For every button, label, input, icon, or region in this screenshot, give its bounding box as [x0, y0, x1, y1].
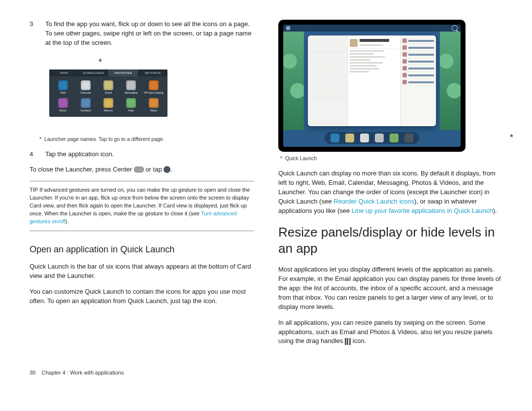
app-label: HP App Catalog	[144, 91, 163, 95]
app-label: Music	[60, 109, 66, 113]
contacts-card	[308, 35, 436, 126]
quick-launch-bar	[325, 132, 419, 144]
launcher-tabs: APPSDOWNLOADSFAVORITESSETTINGS	[49, 69, 167, 77]
caption-asterisk: *	[39, 136, 41, 142]
app-label: Calendar	[80, 91, 91, 95]
app-label: Web	[60, 91, 66, 95]
figure-1-asterisk: *	[99, 56, 102, 68]
quick-launch-icon	[375, 134, 384, 142]
quick-launch-icon	[404, 134, 413, 142]
resize-panels-para-2: In all applications, you can resize pane…	[278, 318, 502, 346]
quick-launch-detail: Quick Launch can display no more than si…	[278, 169, 502, 215]
contacts-mini-list	[400, 35, 436, 126]
app-icon	[81, 80, 91, 90]
resize-panels-para-1: Most applications let you display differ…	[278, 265, 502, 311]
launcher-tab: SETTINGS	[138, 69, 167, 77]
page-footer: 30 Chapter 4 : Work with applications	[30, 369, 502, 377]
launcher-grid: WebCalendarEmailMessagingHP App CatalogM…	[49, 76, 167, 117]
app-icon	[126, 98, 136, 108]
link-lineup-ql[interactable]: Line up your favorite applications in Qu…	[352, 207, 493, 214]
tip-label: TIP	[30, 187, 38, 193]
launcher-app: Memos	[99, 98, 118, 113]
step-4-text: Tap the application icon.	[45, 150, 254, 159]
tip-box: TIP If advanced gestures are turned on, …	[30, 181, 254, 231]
tip-body-2: ).	[66, 218, 69, 224]
app-label: Contacts	[80, 109, 91, 113]
step-4-number: 4	[30, 150, 35, 159]
launcher-app: Maps	[144, 98, 164, 113]
launcher-app: Contacts	[76, 98, 96, 113]
quick-launch-para-2: You can customize Quick Launch to contai…	[30, 287, 254, 306]
figure-launcher: * APPSDOWNLOADSFAVORITESSETTINGS WebCale…	[39, 54, 254, 133]
app-icon	[149, 98, 159, 108]
tablet-statusbar	[283, 25, 461, 32]
launcher-tab: APPS	[49, 69, 79, 77]
section-title-resize-panels: Resize panels/display or hide levels in …	[278, 224, 502, 256]
launcher-app: Web	[53, 80, 73, 95]
contact-detail-pane	[348, 35, 400, 126]
step-3-number: 3	[30, 20, 35, 48]
app-icon	[58, 98, 68, 108]
app-icon	[126, 80, 136, 90]
close-launcher-text: To close the Launcher, press Center or t…	[30, 165, 254, 174]
app-label: Maps	[150, 109, 157, 113]
footer-text: Chapter 4 : Work with applications	[41, 370, 124, 376]
tablet-screenshot	[278, 20, 466, 152]
quick-launch-icon	[345, 134, 354, 142]
app-icon	[58, 80, 68, 90]
caption-asterisk: *	[280, 155, 282, 161]
app-icon	[149, 80, 159, 90]
page-number: 30	[30, 370, 35, 376]
quick-launch-icon	[360, 134, 369, 142]
launcher-tab: DOWNLOADS	[79, 69, 108, 77]
launcher-app: Email	[99, 80, 118, 95]
app-icon	[103, 80, 113, 90]
figure-1-caption: * Launcher page names. Tap to go to a di…	[39, 136, 254, 143]
figure-2-asterisk: *	[510, 131, 513, 144]
launcher-screenshot: APPSDOWNLOADSFAVORITESSETTINGS WebCalend…	[49, 69, 167, 117]
quick-launch-icon	[390, 134, 399, 142]
launcher-app: Messaging	[121, 80, 141, 95]
center-button-icon	[134, 167, 144, 172]
launcher-app: HP App Catalog	[144, 80, 164, 95]
avatar	[350, 39, 358, 47]
figure-2-caption: * Quick Launch	[280, 155, 502, 162]
section-title-quick-launch: Open an application in Quick Launch	[30, 243, 254, 256]
app-label: Messaging	[125, 91, 138, 95]
app-icon	[81, 98, 91, 108]
launcher-round-icon	[164, 166, 170, 173]
quick-launch-icon	[331, 134, 339, 142]
caption-text: Quick Launch	[285, 155, 317, 161]
contacts-list-pane	[308, 35, 348, 126]
app-icon	[103, 98, 113, 108]
app-label: Memos	[104, 109, 113, 113]
step-4: 4 Tap the application icon.	[30, 150, 254, 159]
caption-text: Launcher page names. Tap to go to a diff…	[44, 136, 165, 142]
link-reorder-ql[interactable]: Reorder Quick Launch icons	[333, 198, 414, 205]
launcher-tab: FAVORITES	[108, 69, 138, 77]
quick-launch-para-1: Quick Launch is the bar of six icons tha…	[30, 262, 254, 281]
step-3-text: To find the app you want, flick up or do…	[45, 20, 254, 48]
drag-handle-icon	[345, 338, 351, 345]
tablet-wallpaper-right	[440, 32, 461, 130]
search-icon	[452, 25, 458, 31]
app-label: Email	[105, 91, 112, 95]
contact-name	[360, 39, 389, 42]
launcher-app: Music	[53, 98, 73, 113]
app-label: Help	[128, 109, 133, 113]
launcher-app: Help	[121, 98, 141, 113]
launcher-app: Calendar	[76, 80, 96, 95]
tablet-wallpaper-left	[283, 32, 304, 130]
step-3: 3 To find the app you want, flick up or …	[30, 20, 254, 48]
figure-tablet: *	[278, 20, 502, 152]
